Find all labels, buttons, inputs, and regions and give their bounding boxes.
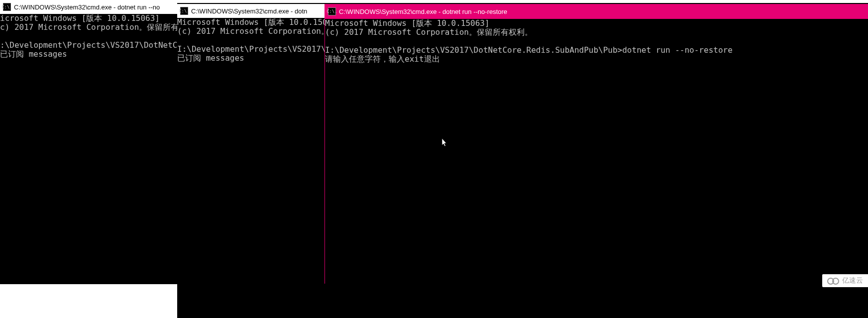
cmd-window-3-active[interactable]: C:\. C:\WINDOWS\System32\cmd.exe - dotne…: [325, 4, 868, 284]
watermark-logo-icon: [827, 277, 839, 284]
console-content-1[interactable]: icrosoft Windows [版本 10.0.15063] c) 2017…: [0, 14, 177, 284]
console-line: Microsoft Windows [版本 10.0.1500: [177, 18, 325, 27]
console-content-2[interactable]: Microsoft Windows [版本 10.0.1500 (c) 2017…: [177, 18, 325, 284]
watermark-badge: 亿速云: [822, 274, 868, 287]
titlebar-3[interactable]: C:\. C:\WINDOWS\System32\cmd.exe - dotne…: [325, 4, 868, 19]
console-line: c) 2017 Microsoft Corporation。保留所有权: [0, 22, 177, 32]
console-line: (c) 2017 Microsoft Corporation。: [177, 26, 325, 36]
console-line: I:\Development\Projects\VS2017\Do: [177, 44, 325, 54]
console-line: 已订阅 messages: [0, 49, 67, 59]
window-title-3: C:\WINDOWS\System32\cmd.exe - dotnet run…: [339, 8, 507, 15]
console-line: :\Development\Projects\VS2017\DotNetCore: [0, 40, 177, 50]
titlebar-1[interactable]: C:\. C:\WINDOWS\System32\cmd.exe - dotne…: [0, 0, 177, 14]
window-title-2: C:\WINDOWS\System32\cmd.exe - dotn: [191, 7, 307, 15]
console-line: 请输入任意字符，输入exit退出: [325, 54, 440, 64]
titlebar-2[interactable]: C:\. C:\WINDOWS\System32\cmd.exe - dotn: [177, 4, 325, 18]
cmd-icon: C:\.: [3, 3, 11, 11]
console-line: Microsoft Windows [版本 10.0.15063]: [325, 19, 490, 28]
cmd-icon: C:\.: [180, 7, 188, 15]
background-strip: [0, 284, 177, 318]
console-line: icrosoft Windows [版本 10.0.15063]: [0, 14, 160, 23]
cmd-window-1[interactable]: C:\. C:\WINDOWS\System32\cmd.exe - dotne…: [0, 0, 177, 284]
console-content-3[interactable]: Microsoft Windows [版本 10.0.15063] (c) 20…: [325, 19, 868, 284]
window-title-1: C:\WINDOWS\System32\cmd.exe - dotnet run…: [14, 3, 160, 11]
cmd-icon: C:\.: [328, 7, 336, 15]
console-line: I:\Development\Projects\VS2017\DotNetCor…: [325, 45, 733, 55]
console-line: (c) 2017 Microsoft Corporation。保留所有权利。: [325, 27, 533, 37]
watermark-text: 亿速云: [842, 276, 863, 285]
console-line: 已订阅 messages: [177, 53, 244, 63]
cmd-window-2[interactable]: C:\. C:\WINDOWS\System32\cmd.exe - dotn …: [177, 4, 325, 284]
